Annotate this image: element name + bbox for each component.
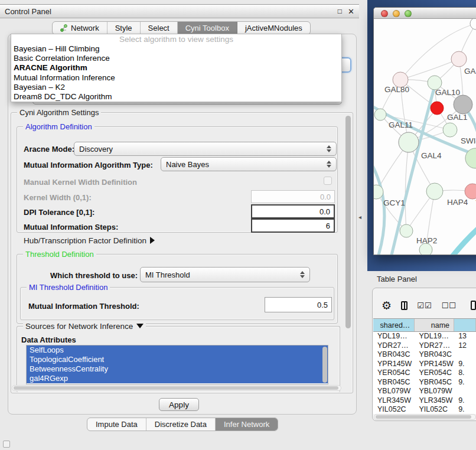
close-window-icon[interactable]: ✕ (348, 7, 354, 16)
table-column-header[interactable]: shared… (373, 319, 415, 331)
table-row[interactable]: YDL19…YDL19…13 (373, 332, 476, 341)
table-horizontal-scrollbar-thumb[interactable] (376, 415, 471, 419)
table-column-header[interactable] (454, 319, 476, 331)
network-node[interactable] (400, 224, 413, 237)
settings-horizontal-scrollbar-thumb[interactable] (14, 386, 338, 390)
data-attribute-item[interactable]: BetweennessCentrality (27, 364, 328, 374)
algorithm-option[interactable]: Dream8 DC_TDC Algorithm (11, 92, 341, 102)
tab-network[interactable]: Network (53, 22, 107, 34)
table-panel-title: Table Panel (377, 275, 417, 283)
hub-definition-toggle[interactable]: Hub/Transcription Factor Definition (24, 236, 155, 245)
table-cell: 12 (454, 341, 476, 351)
table-cell: YIL052C (373, 405, 415, 414)
network-node[interactable] (419, 243, 432, 255)
collapsed-arrow-icon (150, 237, 155, 244)
kernel-width-value: 0.0 (320, 193, 331, 201)
tab-style[interactable]: Style (107, 22, 141, 34)
manual-kernel-width-checkbox[interactable] (324, 177, 332, 185)
network-node[interactable] (374, 109, 386, 120)
network-node[interactable] (443, 123, 457, 137)
algorithm-option[interactable]: Basic Correlation Inference (11, 54, 341, 63)
table-row[interactable]: YER054CYER054C8. (373, 369, 476, 378)
table-cell: YDR27… (373, 341, 415, 351)
document-icon[interactable] (471, 301, 476, 310)
attributes-vertical-scrollbar[interactable] (322, 347, 327, 383)
sources-title[interactable]: Sources for Network Inference (23, 322, 146, 331)
network-node[interactable] (465, 184, 476, 199)
table-row[interactable]: YIL052CYIL052C9. (373, 405, 476, 414)
kernel-width-field[interactable]: 0.0 (251, 190, 335, 203)
table-row[interactable]: YBL079WYBL079W (373, 387, 476, 396)
data-attributes-list[interactable]: SelfLoopsTopologicalCoefficientBetweenne… (26, 345, 328, 384)
network-node-label: GAL (464, 67, 476, 76)
minimize-traffic-light-icon[interactable] (393, 10, 400, 17)
table-column-header[interactable]: name (415, 319, 454, 331)
table-horizontal-scrollbar-track[interactable] (374, 414, 476, 420)
table-cell: YER054C (373, 369, 415, 378)
aracne-mode-label: Aracne Mode: (24, 145, 74, 154)
network-node[interactable] (399, 132, 419, 152)
threshold-definition-title: Threshold Definition (23, 250, 96, 259)
select-all-checkboxes-icon[interactable]: ☑☑ (417, 301, 432, 310)
network-edge[interactable] (374, 159, 384, 255)
settings-vertical-scrollbar[interactable] (345, 116, 351, 328)
apply-button-label: Apply (169, 400, 189, 409)
table-header-row: shared…name (373, 318, 476, 332)
apply-button[interactable]: Apply (159, 398, 199, 411)
cyni-bottom-tabstrip: Impute Data Discretize Data Infer Networ… (87, 418, 278, 431)
algorithm-option[interactable]: Bayesian – K2 (11, 83, 341, 92)
data-attribute-item[interactable]: gal4RGexp (27, 374, 328, 383)
table-cell: YBR045C (415, 378, 454, 387)
mi-steps-label: Mutual Information Steps: (24, 223, 118, 231)
network-window-titlebar[interactable] (374, 8, 476, 19)
zoom-traffic-light-icon[interactable] (405, 10, 412, 17)
table-row[interactable]: YPR145WYPR145W9. (373, 360, 476, 369)
dpi-tolerance-field[interactable]: 0.0 (251, 204, 335, 219)
table-row[interactable]: YBR045CYBR045C9. (373, 378, 476, 387)
algorithm-option[interactable]: ARACNE Algorithm (11, 63, 341, 73)
network-node[interactable] (454, 95, 472, 114)
mi-threshold-definition-title: MI Threshold Definition (27, 283, 110, 292)
network-canvas[interactable]: GALGAL80GAL10GAL1GAL11SWI4GAL4GCY1HAP4YH… (374, 19, 476, 255)
network-node[interactable] (426, 183, 443, 200)
table-row[interactable]: YDR27…YDR27…12 (373, 341, 476, 351)
deselect-all-checkboxes-icon[interactable]: ☐☐ (442, 301, 457, 310)
tab-discretize-data-label: Discretize Data (155, 420, 207, 429)
mi-steps-field[interactable]: 6 (251, 219, 335, 233)
mi-threshold-label: Mutual Information Threshold: (28, 302, 139, 311)
table-cell: YDL19… (373, 332, 415, 341)
table-row[interactable]: YBR043CYBR043C (373, 350, 476, 360)
mi-threshold-field[interactable]: 0.5 (265, 297, 332, 312)
data-attribute-item[interactable]: TopologicalCoefficient (27, 355, 328, 364)
network-edge[interactable] (452, 221, 476, 255)
cyni-algorithm-settings-title: Cyni Algorithm Settings (17, 108, 101, 117)
tab-jactivemnodules[interactable]: jActiveMNodules (237, 22, 310, 34)
mi-algorithm-type-combobox[interactable]: Naive Bayes (161, 157, 337, 171)
table-row[interactable]: YLR345WYLR345W9. (373, 396, 476, 406)
network-node[interactable] (431, 102, 444, 115)
gear-icon[interactable]: ⚙ (382, 299, 392, 312)
data-attribute-item[interactable]: SelfLoops (27, 345, 328, 355)
algorithm-option[interactable]: Mutual Information Inference (11, 73, 341, 83)
columns-icon[interactable] (401, 301, 407, 310)
table-body[interactable]: YDL19…YDL19…13YDR27…YDR27…12YBR043CYBR04… (373, 332, 476, 414)
algorithm-option[interactable]: Bayesian – Hill Climbing (11, 44, 341, 54)
tab-infer-network[interactable]: Infer Network (216, 418, 278, 431)
network-node[interactable] (451, 51, 467, 67)
tab-impute-data[interactable]: Impute Data (87, 418, 146, 431)
table-cell: YIL052C (415, 405, 454, 414)
tab-discretize-data[interactable]: Discretize Data (146, 418, 216, 431)
algorithm-popup-placeholder: Select algorithm to view settings (11, 34, 341, 44)
float-window-icon[interactable]: □ (338, 7, 342, 15)
tab-cyni-toolbox[interactable]: Cyni Toolbox (178, 22, 237, 34)
settings-horizontal-scrollbar-track[interactable] (12, 385, 341, 391)
which-threshold-combobox[interactable]: MI Threshold (140, 267, 310, 282)
close-traffic-light-icon[interactable] (381, 10, 388, 17)
panel-collapse-arrow-icon[interactable]: ◂ (358, 214, 361, 220)
network-node[interactable] (470, 19, 476, 30)
cytopanel-mini-icon[interactable] (3, 441, 10, 448)
aracne-mode-combobox[interactable]: Discovery (74, 142, 337, 156)
tab-impute-data-label: Impute Data (96, 420, 138, 429)
tab-select[interactable]: Select (141, 22, 178, 34)
table-cell: 13 (454, 332, 476, 341)
